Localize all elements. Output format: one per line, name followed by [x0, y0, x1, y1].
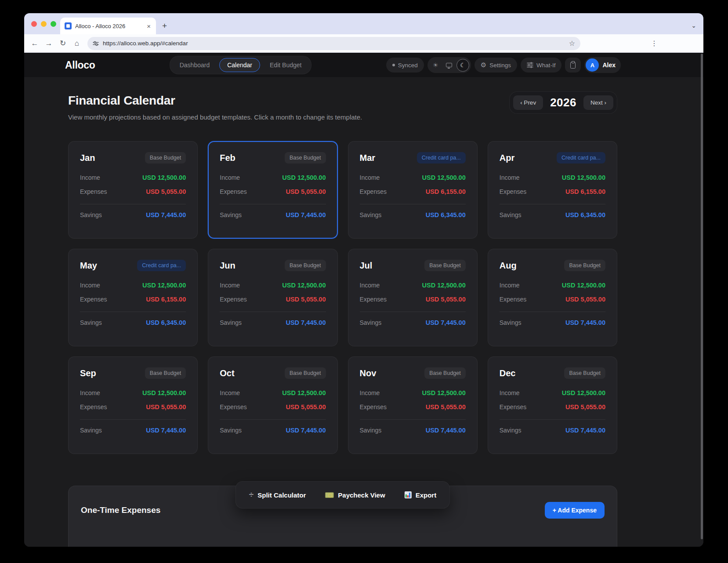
month-card[interactable]: Dec Base Budget Income USD 12,500.00 Exp…: [488, 356, 617, 454]
page-scrollbar[interactable]: [701, 54, 703, 539]
expenses-label: Expenses: [80, 296, 107, 303]
split-calculator-label: Split Calculator: [257, 491, 306, 499]
url-text[interactable]: https://alloco.web.app/#calendar: [103, 40, 565, 47]
split-calculator-button[interactable]: ÷ Split Calculator: [249, 490, 306, 500]
settings-button[interactable]: ⚙ Settings: [474, 58, 517, 73]
month-card[interactable]: Jan Base Budget Income USD 12,500.00 Exp…: [68, 141, 198, 239]
expenses-label: Expenses: [220, 296, 246, 303]
app-navbar: Alloco Dashboard Calendar Edit Budget Sy…: [24, 53, 703, 78]
what-if-button[interactable]: What-If: [521, 58, 562, 73]
month-card[interactable]: Nov Base Budget Income USD 12,500.00 Exp…: [348, 356, 478, 454]
month-card[interactable]: Sep Base Budget Income USD 12,500.00 Exp…: [68, 356, 198, 454]
income-label: Income: [80, 174, 100, 181]
next-year-button[interactable]: Next ›: [583, 95, 613, 110]
expenses-value: USD 6,155.00: [565, 188, 605, 195]
site-settings-icon[interactable]: [93, 40, 99, 47]
expenses-label: Expenses: [220, 403, 246, 410]
month-card[interactable]: Jun Base Budget Income USD 12,500.00 Exp…: [208, 249, 337, 346]
nav-tab-dashboard[interactable]: Dashboard: [172, 58, 218, 72]
export-button[interactable]: Export: [405, 490, 437, 500]
new-tab-button[interactable]: +: [162, 21, 167, 34]
reload-button[interactable]: ↻: [56, 39, 70, 48]
home-button[interactable]: ⌂: [70, 39, 84, 48]
paycheck-view-button[interactable]: Paycheck View: [325, 490, 385, 500]
theme-system-button[interactable]: [443, 59, 456, 72]
prev-year-button[interactable]: ‹ Prev: [513, 95, 543, 110]
minimize-window-button[interactable]: [41, 21, 47, 27]
nav-tab-edit-budget[interactable]: Edit Budget: [262, 58, 309, 72]
income-value: USD 12,500.00: [422, 389, 466, 396]
year-navigation: ‹ Prev 2026 Next ›: [509, 91, 617, 114]
savings-value: USD 7,445.00: [426, 427, 466, 434]
budget-template-badge: Base Budget: [285, 367, 326, 379]
bookmark-star-icon[interactable]: ☆: [569, 39, 575, 47]
clipboard-icon: [570, 62, 576, 69]
budget-template-badge: Base Budget: [145, 367, 186, 379]
savings-label: Savings: [360, 319, 382, 326]
income-value: USD 12,500.00: [142, 389, 186, 396]
budget-template-badge: Base Budget: [285, 152, 326, 163]
income-value: USD 12,500.00: [142, 282, 186, 289]
theme-dark-button[interactable]: ☾: [456, 59, 469, 72]
nav-tab-calendar[interactable]: Calendar: [219, 58, 260, 72]
month-name: Feb: [220, 153, 235, 163]
income-value: USD 12,500.00: [282, 389, 326, 396]
savings-label: Savings: [220, 427, 242, 434]
income-label: Income: [500, 389, 520, 396]
divider: [80, 204, 186, 204]
divider: [220, 204, 326, 204]
month-card[interactable]: Jul Base Budget Income USD 12,500.00 Exp…: [348, 249, 478, 346]
budget-template-badge: Credit card pa...: [417, 152, 466, 163]
expenses-label: Expenses: [500, 296, 526, 303]
income-label: Income: [360, 174, 380, 181]
month-grid: Jan Base Budget Income USD 12,500.00 Exp…: [68, 141, 617, 454]
savings-label: Savings: [80, 319, 102, 326]
app-logo[interactable]: Alloco: [65, 59, 95, 71]
browser-menu-icon[interactable]: ⋮: [651, 39, 658, 47]
forward-button[interactable]: →: [42, 39, 56, 48]
month-card[interactable]: May Credit card pa... Income USD 12,500.…: [68, 249, 198, 346]
savings-value: USD 6,345.00: [146, 319, 186, 326]
close-window-button[interactable]: [31, 21, 37, 27]
month-card[interactable]: Apr Credit card pa... Income USD 12,500.…: [488, 141, 617, 239]
user-menu[interactable]: A Alex: [584, 57, 621, 73]
expenses-value: USD 5,055.00: [565, 403, 605, 410]
savings-label: Savings: [360, 211, 382, 218]
income-label: Income: [80, 389, 100, 396]
url-bar[interactable]: https://alloco.web.app/#calendar ☆: [87, 37, 580, 50]
add-expense-button[interactable]: + Add Expense: [545, 502, 605, 519]
month-name: Dec: [500, 368, 516, 378]
budget-template-badge: Base Budget: [424, 367, 466, 379]
clipboard-button[interactable]: [565, 58, 581, 73]
tab-close-icon[interactable]: ×: [146, 22, 152, 30]
favicon-icon: [65, 22, 72, 29]
expenses-label: Expenses: [500, 188, 526, 195]
income-value: USD 12,500.00: [562, 282, 605, 289]
savings-value: USD 6,345.00: [565, 211, 605, 218]
budget-template-badge: Base Budget: [145, 152, 186, 163]
expenses-label: Expenses: [220, 188, 246, 195]
divider: [80, 312, 186, 312]
income-value: USD 12,500.00: [422, 282, 466, 289]
tab-search-chevron-icon[interactable]: ⌄: [691, 22, 696, 29]
nav-right-cluster: Synced ☀ ☾ ⚙ Settings What-If: [386, 57, 621, 73]
theme-light-button[interactable]: ☀: [429, 59, 442, 72]
page-subtitle: View monthly projections based on assign…: [68, 113, 362, 121]
page-title: Financial Calendar: [68, 94, 362, 108]
maximize-window-button[interactable]: [51, 21, 56, 27]
month-card[interactable]: Oct Base Budget Income USD 12,500.00 Exp…: [208, 356, 337, 454]
savings-label: Savings: [500, 211, 522, 218]
month-card[interactable]: Aug Base Budget Income USD 12,500.00 Exp…: [488, 249, 617, 346]
month-card[interactable]: Feb Base Budget Income USD 12,500.00 Exp…: [208, 141, 337, 239]
income-label: Income: [360, 282, 380, 289]
expenses-value: USD 5,055.00: [286, 188, 326, 195]
expenses-value: USD 5,055.00: [426, 296, 466, 303]
month-name: Oct: [220, 368, 234, 378]
sliders-icon: [527, 62, 533, 68]
month-card[interactable]: Mar Credit card pa... Income USD 12,500.…: [348, 141, 478, 239]
divider: [80, 419, 186, 420]
budget-template-badge: Base Budget: [564, 260, 605, 271]
back-button[interactable]: ←: [28, 39, 42, 48]
savings-value: USD 7,445.00: [286, 427, 326, 434]
browser-tab[interactable]: Alloco - Alloco 2026 ×: [60, 18, 156, 34]
